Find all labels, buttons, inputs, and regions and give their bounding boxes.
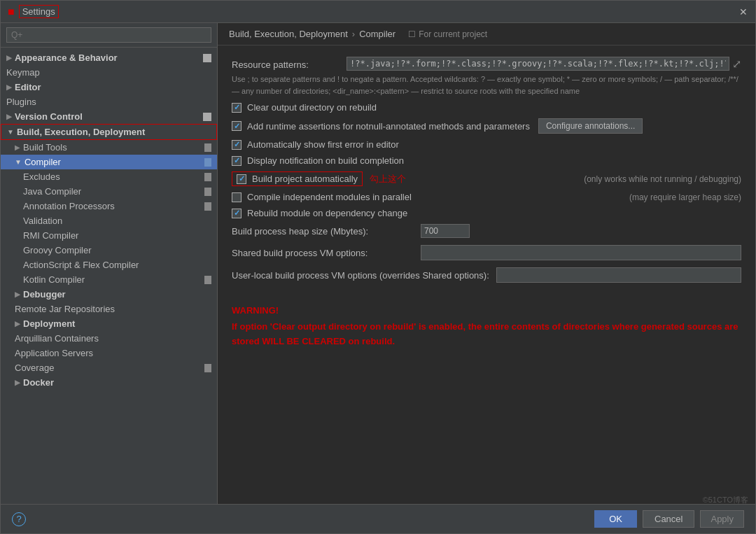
user-local-vm-row: User-local build process VM options (ove… [232, 267, 741, 283]
search-input[interactable] [6, 27, 211, 43]
sidebar-tree: ▶ Appearance & Behavior Keymap ▶ Editor … [1, 48, 217, 504]
auto-show-error-label: Automatically show first error in editor [247, 139, 399, 150]
sidebar-item-label: Appearance & Behavior [15, 52, 118, 63]
display-notification-label: Display notification on build completion [247, 155, 404, 166]
clear-output-label: Clear output directory on rebuild [247, 102, 377, 113]
window-title: Settings [19, 5, 59, 18]
sidebar-item-plugins[interactable]: Plugins [1, 94, 217, 109]
ok-button[interactable]: OK [594, 510, 637, 528]
shared-vm-input[interactable] [421, 245, 741, 260]
sidebar-item-coverage[interactable]: Coverage [1, 360, 217, 375]
arrow-icon: ▼ [7, 128, 14, 136]
add-runtime-checkbox-row: Add runtime assertions for notnull-annot… [232, 121, 530, 132]
user-local-vm-label: User-local build process VM options (ove… [232, 270, 489, 281]
sidebar-item-actionscript-flex[interactable]: ActionScript & Flex Compiler [1, 258, 217, 272]
sidebar-item-label: Annotation Processors [23, 201, 115, 211]
add-runtime-checkbox[interactable] [232, 121, 241, 131]
sidebar-item-annotation-processors[interactable]: Annotation Processors [1, 199, 217, 213]
arrow-icon: ▶ [15, 379, 20, 386]
build-automatically-highlighted: Build project automatically [232, 171, 363, 186]
sidebar-item-deployment[interactable]: ▶ Deployment [1, 316, 217, 331]
resource-patterns-input[interactable] [346, 57, 729, 71]
sidebar-item-label: RMI Compiler [23, 230, 78, 241]
arrow-icon: ▶ [15, 290, 20, 298]
sidebar-item-arquillian[interactable]: Arquillian Containers [1, 331, 217, 346]
sidebar-item-label: Compiler [24, 157, 61, 167]
expand-icon[interactable]: ⤢ [732, 57, 741, 71]
resource-hint: Use ; to separate patterns and ! to nega… [232, 73, 741, 97]
heap-size-label: Build process heap size (Mbytes): [232, 226, 414, 237]
build-automatically-label: Build project automatically [252, 174, 358, 184]
apply-button[interactable]: Apply [700, 510, 744, 528]
sidebar-item-label: Build Tools [23, 142, 67, 153]
heap-size-input[interactable] [421, 224, 470, 238]
sidebar-item-kotlin-compiler[interactable]: Kotlin Compiler [1, 272, 217, 287]
add-runtime-row: Add runtime assertions for notnull-annot… [232, 118, 741, 134]
resource-patterns-label: Resource patterns: [232, 58, 344, 70]
sidebar-item-groovy-compiler[interactable]: Groovy Compiler [1, 243, 217, 258]
cancel-button[interactable]: Cancel [643, 510, 694, 528]
clear-output-checkbox[interactable] [232, 103, 241, 113]
compile-parallel-label: Compile independent modules in parallel [247, 192, 412, 202]
page-icon [204, 158, 211, 167]
page-icon [204, 173, 211, 181]
compile-parallel-checkbox[interactable] [232, 192, 241, 202]
sidebar-item-build-tools[interactable]: ▶ Build Tools [1, 140, 217, 155]
sidebar-item-label: Arquillian Containers [15, 333, 99, 344]
sidebar-item-label: Build, Execution, Deployment [17, 127, 145, 137]
close-button[interactable]: ✕ [738, 7, 748, 17]
sidebar-item-label: Groovy Compiler [23, 245, 92, 255]
content-area: Resource patterns: ⤢ Use ; to separate p… [218, 45, 755, 504]
page-icon [204, 364, 211, 372]
breadcrumb: Build, Execution, Deployment › Compiler … [218, 23, 755, 45]
bottom-bar: ? OK Cancel Apply [1, 504, 755, 533]
page-icon [203, 54, 211, 62]
page-icon [204, 202, 211, 211]
title-bar-left: ■ Settings [8, 5, 59, 18]
build-automatically-checkbox[interactable] [237, 174, 246, 184]
breadcrumb-part2: Compiler [359, 29, 396, 39]
for-current-project: ☐ For current project [408, 29, 487, 39]
add-runtime-label: Add runtime assertions for notnull-annot… [247, 121, 530, 132]
auto-show-error-checkbox[interactable] [232, 140, 241, 150]
sidebar-item-compiler[interactable]: ▼ Compiler [1, 155, 217, 169]
sidebar-item-excludes[interactable]: Excludes [1, 169, 217, 184]
display-notification-checkbox[interactable] [232, 156, 241, 166]
arrow-icon: ▼ [15, 158, 22, 166]
user-local-vm-input[interactable] [496, 267, 741, 283]
configure-annotations-button[interactable]: Configure annotations... [538, 118, 643, 134]
annotation-text: 勾上这个 [370, 173, 406, 185]
sidebar-item-version-control[interactable]: ▶ Version Control [1, 109, 217, 124]
sidebar-item-app-servers[interactable]: Application Servers [1, 346, 217, 360]
sidebar-item-keymap[interactable]: Keymap [1, 65, 217, 80]
sidebar-item-build-exec-deploy[interactable]: ▼ Build, Execution, Deployment [1, 124, 217, 140]
sidebar-item-rmi-compiler[interactable]: RMI Compiler [1, 228, 217, 243]
shared-vm-row: Shared build process VM options: [232, 245, 741, 260]
warning-text: If option 'Clear output directory on reb… [232, 320, 741, 349]
may-require-note: (may require larger heap size) [629, 192, 741, 202]
arrow-icon: ▶ [15, 143, 20, 151]
button-group: OK Cancel Apply [594, 510, 744, 528]
arrow-icon: ▶ [6, 113, 12, 120]
sidebar-item-label: Version Control [15, 111, 83, 122]
sidebar-item-java-compiler[interactable]: Java Compiler [1, 184, 217, 199]
sidebar-item-label: Deployment [23, 318, 75, 329]
sidebar-item-debugger[interactable]: ▶ Debugger [1, 287, 217, 302]
rebuild-module-checkbox[interactable] [232, 209, 241, 218]
sidebar-item-docker[interactable]: ▶ Docker [1, 375, 217, 390]
checkbox-clear-output-row: Clear output directory on rebuild [232, 102, 741, 113]
compile-parallel-checkbox-row: Compile independent modules in parallel [232, 192, 412, 202]
sidebar-item-label: Coverage [15, 363, 54, 373]
sidebar-item-label: Remote Jar Repositories [15, 304, 115, 314]
auto-show-error-row: Automatically show first error in editor [232, 139, 741, 150]
breadcrumb-separator: › [352, 29, 355, 39]
sidebar-item-label: ActionScript & Flex Compiler [23, 260, 139, 270]
sidebar-item-editor[interactable]: ▶ Editor [1, 80, 217, 94]
sidebar-item-remote-jar[interactable]: Remote Jar Repositories [1, 302, 217, 316]
app-icon: ■ [8, 6, 15, 18]
search-box [1, 23, 217, 48]
sidebar-item-appearance[interactable]: ▶ Appearance & Behavior [1, 50, 217, 65]
resource-patterns-row: Resource patterns: ⤢ [232, 57, 741, 71]
help-button[interactable]: ? [12, 512, 26, 526]
sidebar-item-validation[interactable]: Validation [1, 213, 217, 228]
